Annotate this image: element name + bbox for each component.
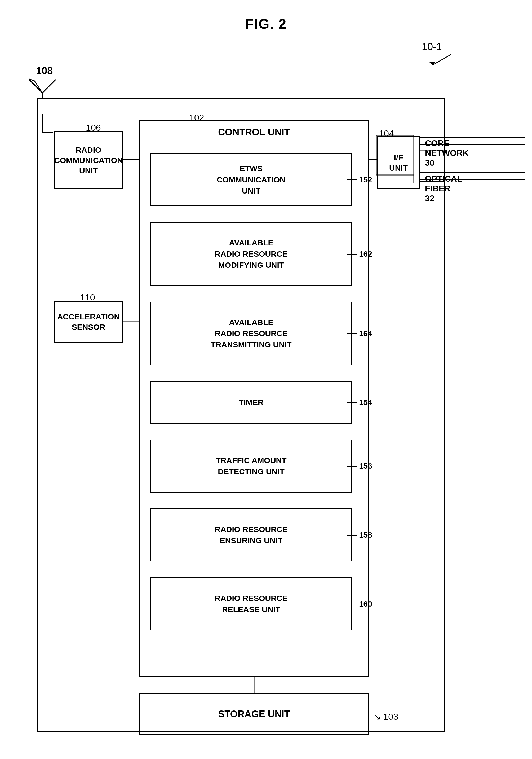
storage-unit-box: STORAGE UNIT (139, 693, 369, 736)
timer-label: TIMER (239, 397, 263, 408)
rrr-unit-label: RADIO RESOURCE RELEASE UNIT (214, 593, 287, 615)
accel-sensor-label: ACCELERATION SENSOR (57, 311, 120, 332)
core-network-label: CORE NETWORK 30 (425, 139, 469, 168)
page-title: FIG. 2 (245, 16, 287, 32)
device-id-label: 10-1 (422, 41, 442, 53)
svg-line-0 (433, 54, 451, 65)
control-unit-label: CONTROL UNIT (218, 127, 290, 138)
ref-label-162: 162 (347, 248, 372, 260)
ref-tick-154 (347, 402, 358, 403)
radio-comm-unit-box: RADIO COMMUNICATION UNIT (54, 131, 123, 189)
traffic-detecting-unit-box: TRAFFIC AMOUNT DETECTING UNIT 156 (150, 440, 352, 493)
optical-fiber-label: OPTICAL FIBER 32 (425, 174, 462, 203)
ref-label-160: 160 (347, 598, 372, 610)
arrt-unit-box: AVAILABLE RADIO RESOURCE TRANSMITTING UN… (150, 302, 352, 365)
arrt-unit-label: AVAILABLE RADIO RESOURCE TRANSMITTING UN… (211, 317, 292, 350)
traffic-detecting-unit-label: TRAFFIC AMOUNT DETECTING UNIT (216, 455, 286, 477)
rrr-unit-box: RADIO RESOURCE RELEASE UNIT 160 (150, 578, 352, 630)
arrm-unit-label: AVAILABLE RADIO RESOURCE MODIFYING UNIT (214, 237, 287, 271)
antenna-label: 108 (36, 65, 53, 77)
ref-label-156: 156 (347, 460, 372, 472)
control-unit-box: CONTROL UNIT ETWS COMMUNICATION UNIT 152… (139, 120, 369, 677)
ref-label-103: ↘ 103 (374, 711, 398, 722)
ref-label-158: 158 (347, 530, 372, 540)
svg-line-4 (42, 80, 56, 93)
svg-marker-5 (29, 79, 42, 93)
ref-label-164: 164 (347, 328, 372, 339)
arrm-unit-box: AVAILABLE RADIO RESOURCE MODIFYING UNIT … (150, 222, 352, 286)
accel-sensor-box: ACCELERATION SENSOR (54, 300, 123, 343)
outer-device-box: 106 RADIO COMMUNICATION UNIT 110 ACCELER… (37, 98, 445, 732)
rre-unit-box: RADIO RESOURCE ENSURING UNIT 158 (150, 508, 352, 562)
etws-comm-unit-box: ETWS COMMUNICATION UNIT 152 (150, 153, 352, 206)
storage-unit-label: STORAGE UNIT (218, 709, 290, 720)
device-arrow-icon (427, 52, 456, 67)
ref-tick-158 (347, 535, 358, 536)
if-unit-label: I/F UNIT (389, 152, 408, 173)
ref-tick-162 (347, 254, 358, 255)
svg-marker-1 (430, 62, 435, 65)
ref-tick-160 (347, 604, 358, 604)
if-unit-box: I/F UNIT (377, 136, 420, 189)
ref-tick-152 (347, 180, 358, 180)
radio-comm-unit-label: RADIO COMMUNICATION UNIT (54, 145, 123, 176)
ref-label-154: 154 (347, 397, 372, 408)
ref-label-152: 152 (347, 174, 372, 185)
timer-box: TIMER 154 (150, 381, 352, 424)
etws-comm-unit-label: ETWS COMMUNICATION UNIT (217, 163, 285, 196)
ref-tick-156 (347, 466, 358, 466)
ref-tick-164 (347, 333, 358, 334)
rre-unit-label: RADIO RESOURCE ENSURING UNIT (214, 524, 287, 546)
